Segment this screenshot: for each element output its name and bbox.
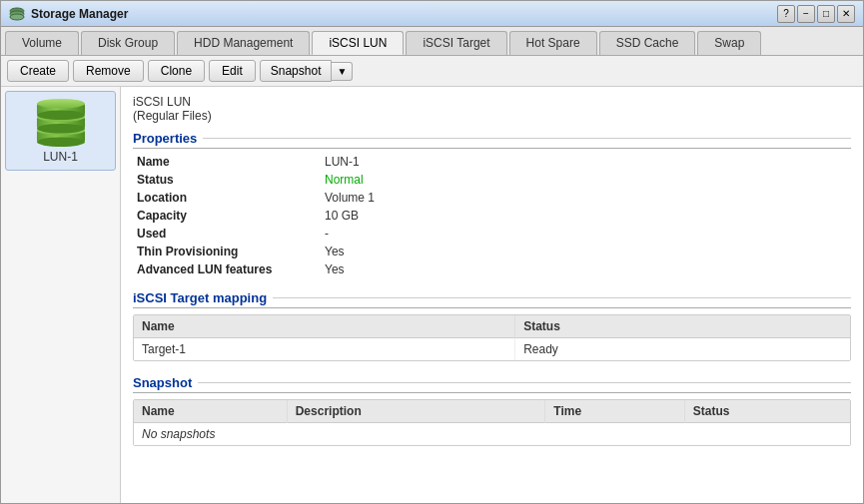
- snapshot-divider: [198, 382, 851, 383]
- col-name: Name: [134, 315, 515, 338]
- prop-status-label: Status: [137, 173, 317, 187]
- snapshot-title: Snapshot: [133, 375, 851, 393]
- iscsi-mapping-title: iSCSI Target mapping: [133, 290, 851, 308]
- prop-status-value: Normal: [325, 173, 524, 187]
- remove-button[interactable]: Remove: [73, 60, 144, 82]
- app-icon: [9, 6, 25, 22]
- tab-hdd-management[interactable]: HDD Management: [177, 31, 310, 55]
- clone-button[interactable]: Clone: [148, 60, 205, 82]
- top-tab-bar: Volume Disk Group HDD Management iSCSI L…: [1, 27, 863, 56]
- tab-iscsi-lun[interactable]: iSCSI LUN: [312, 31, 404, 55]
- svg-point-9: [36, 124, 84, 134]
- iscsi-mapping-section: iSCSI Target mapping Name Status: [133, 290, 851, 361]
- minimize-button[interactable]: −: [797, 5, 815, 23]
- iscsi-mapping-table-container: Name Status Target-1 Ready: [133, 314, 851, 361]
- titlebar: Storage Manager ? − □ ✕: [1, 1, 863, 27]
- svg-point-12: [36, 111, 84, 121]
- properties-divider: [203, 138, 851, 139]
- svg-point-6: [36, 137, 84, 147]
- properties-title: Properties: [133, 131, 851, 149]
- maximize-button[interactable]: □: [817, 5, 835, 23]
- target-status: Ready: [515, 338, 850, 361]
- prop-name-value: LUN-1: [325, 155, 524, 169]
- snapshot-arrow-button[interactable]: ▼: [332, 62, 353, 81]
- iscsi-mapping-divider: [273, 297, 851, 298]
- prop-thin-label: Thin Provisioning: [137, 245, 317, 258]
- prop-advanced-value: Yes: [325, 262, 524, 276]
- create-button[interactable]: Create: [7, 60, 69, 82]
- lun-header: iSCSI LUN (Regular Files): [133, 95, 851, 123]
- lun-header-line2: (Regular Files): [133, 109, 851, 123]
- prop-advanced-label: Advanced LUN features: [137, 262, 317, 276]
- titlebar-buttons: ? − □ ✕: [777, 5, 855, 23]
- prop-capacity-value: 10 GB: [325, 209, 524, 223]
- lun-database-icon: [31, 98, 91, 148]
- sidebar: LUN-1: [1, 87, 121, 503]
- snap-col-desc: Description: [287, 400, 545, 423]
- storage-manager-window: Storage Manager ? − □ ✕ Volume Disk Grou…: [0, 0, 864, 504]
- toolbar: Create Remove Clone Edit Snapshot ▼: [1, 56, 863, 87]
- prop-name-label: Name: [137, 155, 317, 169]
- tab-disk-group[interactable]: Disk Group: [81, 31, 175, 55]
- help-button[interactable]: ?: [777, 5, 795, 23]
- svg-point-4: [10, 14, 24, 20]
- detail-panel: iSCSI LUN (Regular Files) Properties Nam…: [121, 87, 863, 503]
- snap-col-time: Time: [545, 400, 685, 423]
- edit-button[interactable]: Edit: [209, 60, 256, 82]
- snap-col-name: Name: [134, 400, 287, 423]
- properties-grid: Name LUN-1 Status Normal Location Volume…: [133, 155, 851, 276]
- tab-volume[interactable]: Volume: [5, 31, 79, 55]
- tab-ssd-cache[interactable]: SSD Cache: [599, 31, 696, 55]
- prop-location-value: Volume 1: [325, 191, 524, 205]
- snapshot-section: Snapshot Name Description Time Status: [133, 375, 851, 446]
- prop-used-value: -: [325, 227, 524, 241]
- prop-capacity-label: Capacity: [137, 209, 317, 223]
- svg-point-13: [36, 99, 84, 109]
- tab-iscsi-target[interactable]: iSCSI Target: [406, 31, 506, 55]
- tab-swap[interactable]: Swap: [697, 31, 761, 55]
- lun-sidebar-item[interactable]: LUN-1: [5, 91, 116, 171]
- iscsi-mapping-table: Name Status Target-1 Ready: [134, 315, 850, 360]
- lun-header-line1: iSCSI LUN: [133, 95, 851, 109]
- prop-used-label: Used: [137, 227, 317, 241]
- col-status: Status: [515, 315, 850, 338]
- snapshot-table-container: Name Description Time Status No snapshot…: [133, 399, 851, 446]
- target-name: Target-1: [134, 338, 515, 361]
- tab-hot-spare[interactable]: Hot Spare: [509, 31, 597, 55]
- snapshot-button[interactable]: Snapshot: [260, 60, 333, 82]
- lun-label: LUN-1: [43, 150, 78, 164]
- table-row: Target-1 Ready: [134, 338, 850, 361]
- window-title: Storage Manager: [31, 7, 128, 21]
- titlebar-left: Storage Manager: [9, 6, 128, 22]
- no-snapshot-row: No snapshots: [134, 423, 850, 446]
- close-button[interactable]: ✕: [837, 5, 855, 23]
- no-snapshot-text: No snapshots: [134, 423, 850, 446]
- properties-section: Properties Name LUN-1 Status Normal Loca…: [133, 131, 851, 276]
- main-content: LUN-1 iSCSI LUN (Regular Files) Properti…: [1, 87, 863, 503]
- snap-col-status: Status: [684, 400, 850, 423]
- prop-thin-value: Yes: [325, 245, 524, 258]
- prop-location-label: Location: [137, 191, 317, 205]
- snapshot-dropdown: Snapshot ▼: [260, 60, 354, 82]
- snapshot-table: Name Description Time Status No snapshot…: [134, 400, 850, 445]
